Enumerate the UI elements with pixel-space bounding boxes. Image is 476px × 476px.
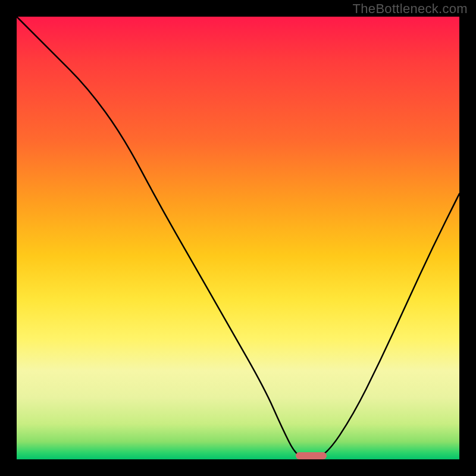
optimal-marker — [296, 452, 327, 459]
plot-area — [17, 17, 459, 459]
bottleneck-curve — [17, 17, 459, 459]
curve-path — [17, 17, 459, 458]
chart-frame: TheBottleneck.com — [0, 0, 476, 476]
watermark-text: TheBottleneck.com — [353, 1, 468, 17]
